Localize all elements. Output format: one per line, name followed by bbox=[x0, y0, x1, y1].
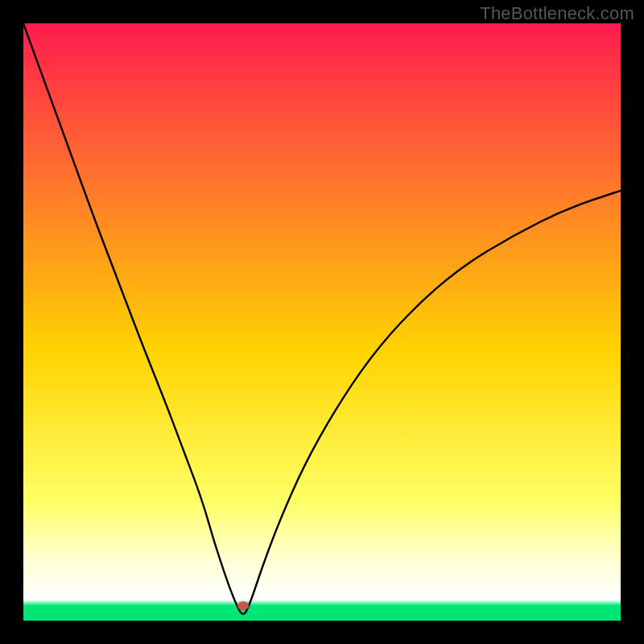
optimum-marker bbox=[237, 601, 249, 610]
bottleneck-chart bbox=[0, 0, 644, 644]
watermark-text: TheBottleneck.com bbox=[480, 3, 634, 24]
plot-background bbox=[23, 23, 621, 621]
chart-stage: TheBottleneck.com bbox=[0, 0, 644, 644]
